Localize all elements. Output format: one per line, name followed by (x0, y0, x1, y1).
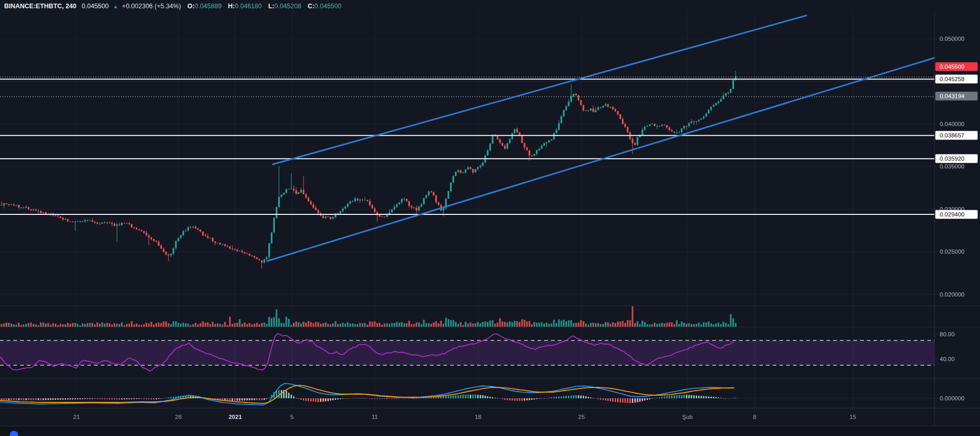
symbol-info-bar[interactable]: BINANCE:ETHBTC, 240 0.045500 ▲ +0.002306… (4, 2, 342, 11)
price-badge-label: 0.035920 (940, 155, 964, 162)
time-tick-label: 21 (73, 414, 80, 420)
time-tick-label: 2021 (228, 414, 242, 420)
time-tick-label: 5 (290, 414, 294, 420)
bottom-strip (0, 426, 980, 436)
rsi-band (0, 340, 935, 365)
price-tick-label: 0.035000 (940, 163, 964, 169)
up-arrow-icon: ▲ (113, 4, 118, 9)
price-badge-label: 0.029400 (940, 211, 964, 217)
price-badge-label: 0.043194 (940, 93, 965, 99)
price-change: +0.002306 (+5.34%) (122, 3, 181, 10)
open-label: O: (188, 3, 195, 10)
time-tick-label: 15 (850, 414, 856, 420)
high-label: H: (228, 3, 235, 10)
low-label: L: (268, 3, 274, 10)
time-tick-label: 25 (578, 414, 585, 420)
price-badge-label: 0.038657 (940, 132, 964, 138)
low-value: 0.045208 (274, 3, 301, 10)
price-chart-canvas[interactable]: 0.0500000.0400000.0350000.0300000.025000… (0, 0, 980, 436)
price-tick-label: 0.025000 (940, 248, 964, 255)
time-tick-label: Şub (682, 414, 693, 420)
indicator-tick-label: 0.000000 (940, 395, 964, 401)
open-value: 0.045889 (194, 3, 221, 10)
time-tick-label: 8 (753, 414, 756, 420)
indicator-tick-label: 80.00 (940, 331, 955, 337)
time-tick-label: 11 (372, 414, 378, 420)
indicator-tick-label: 40.00 (940, 356, 955, 362)
trading-chart-app: 0.0500000.0400000.0350000.0300000.025000… (0, 0, 980, 436)
price-badge-label: 0.045258 (940, 76, 964, 82)
price-tick-label: 0.050000 (940, 36, 964, 42)
symbol-name: BINANCE:ETHBTC, 240 (4, 3, 76, 10)
price-tick-label: 0.040000 (940, 121, 964, 127)
time-tick-label: 18 (475, 414, 482, 420)
price-badge-label: 0.045500 (940, 64, 964, 70)
high-value: 0.046180 (235, 3, 262, 10)
close-label: C: (308, 3, 314, 10)
price-tick-label: 0.020000 (940, 291, 964, 298)
last-price: 0.045500 (82, 3, 109, 10)
time-tick-label: 28 (175, 414, 182, 420)
close-value: 0.045500 (315, 3, 342, 10)
